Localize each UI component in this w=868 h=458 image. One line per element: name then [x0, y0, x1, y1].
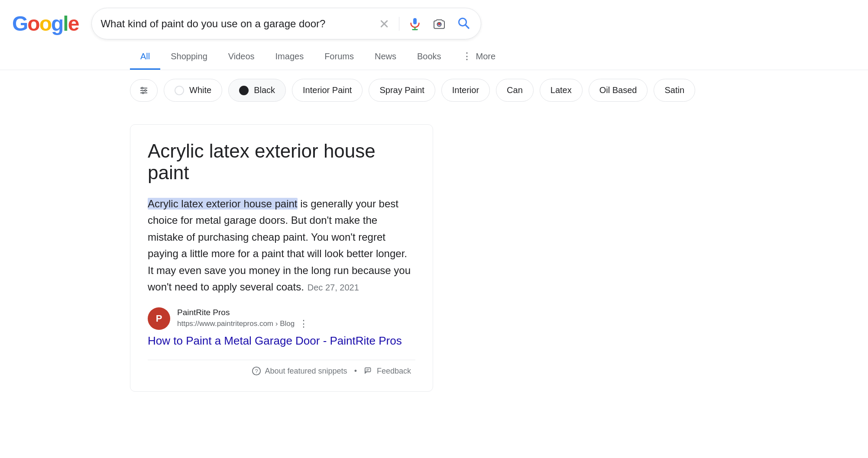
chip-spray-paint-label: Spray Paint — [379, 85, 424, 95]
snippet-date: Dec 27, 2021 — [308, 283, 359, 292]
chip-white[interactable]: White — [164, 79, 222, 102]
black-circle-icon — [239, 86, 249, 95]
mic-icon — [408, 17, 422, 31]
logo-o1: o — [27, 12, 39, 35]
logo-e: e — [68, 12, 79, 35]
white-circle-icon — [175, 86, 184, 95]
header: Google — [0, 0, 868, 44]
search-bar — [91, 8, 481, 39]
chip-oil-based[interactable]: Oil Based — [589, 79, 648, 102]
tab-news[interactable]: News — [364, 45, 407, 70]
logo-g: G — [12, 12, 27, 35]
chip-latex-label: Latex — [551, 85, 572, 95]
chip-interior[interactable]: Interior — [441, 79, 490, 102]
chip-interior-paint-label: Interior Paint — [303, 85, 352, 95]
about-snippets-button[interactable]: ? About featured snippets — [252, 366, 347, 376]
google-logo[interactable]: Google — [12, 12, 78, 35]
source-name: PaintRite Pros — [177, 308, 308, 317]
chip-can[interactable]: Can — [496, 79, 534, 102]
clear-button[interactable] — [376, 16, 392, 32]
tab-all[interactable]: All — [130, 45, 160, 70]
snippet-highlight: Acrylic latex exterior house paint — [148, 198, 298, 210]
search-icon — [457, 16, 470, 30]
source-url: https://www.paintritepros.com › Blog ⋮ — [177, 318, 308, 329]
chip-can-label: Can — [507, 85, 523, 95]
question-icon: ? — [252, 366, 261, 376]
filter-options-button[interactable] — [130, 79, 158, 102]
feedback-icon — [364, 366, 373, 376]
search-divider — [399, 17, 399, 31]
search-submit-button[interactable] — [455, 14, 472, 33]
more-dots-icon: ⋮ — [462, 51, 473, 62]
camera-icon — [432, 17, 446, 31]
image-search-button[interactable] — [431, 15, 448, 32]
feedback-button[interactable]: Feedback — [364, 366, 411, 376]
logo-o2: o — [39, 12, 51, 35]
chip-satin-label: Satin — [664, 85, 684, 95]
tab-books[interactable]: Books — [407, 45, 452, 70]
logo-g2: g — [51, 12, 63, 35]
svg-point-11 — [142, 87, 143, 89]
source-row: P PaintRite Pros https://www.paintritepr… — [148, 307, 415, 330]
svg-rect-16 — [365, 368, 371, 372]
separator: • — [354, 367, 357, 376]
svg-text:?: ? — [255, 368, 258, 374]
source-avatar: P — [148, 307, 170, 330]
chip-spray-paint[interactable]: Spray Paint — [369, 79, 435, 102]
footer-row: ? About featured snippets • Feedback — [148, 366, 415, 376]
svg-point-13 — [142, 92, 144, 94]
svg-rect-0 — [413, 18, 417, 24]
voice-search-button[interactable] — [406, 15, 424, 32]
tab-videos[interactable]: Videos — [218, 45, 265, 70]
chip-latex[interactable]: Latex — [540, 79, 583, 102]
chip-satin[interactable]: Satin — [654, 79, 695, 102]
chip-black[interactable]: Black — [228, 79, 286, 102]
chip-oil-based-label: Oil Based — [599, 85, 637, 95]
svg-line-7 — [466, 25, 469, 28]
feedback-label: Feedback — [377, 367, 411, 376]
snippet-title: Acrylic latex exterior house paint — [148, 140, 415, 184]
result-link[interactable]: How to Paint a Metal Garage Door - Paint… — [148, 334, 415, 348]
about-snippets-label: About featured snippets — [265, 367, 347, 376]
x-icon — [378, 18, 390, 30]
filter-row: White Black Interior Paint Spray Paint I… — [0, 70, 868, 110]
svg-point-12 — [145, 90, 146, 91]
divider — [148, 360, 415, 360]
filter-sliders-icon — [139, 86, 149, 95]
source-info: PaintRite Pros https://www.paintritepros… — [177, 308, 308, 329]
search-input[interactable] — [100, 18, 372, 30]
chip-white-label: White — [189, 85, 211, 95]
chip-interior-paint[interactable]: Interior Paint — [292, 79, 363, 102]
snippet-body-rest: is generally your best choice for metal … — [148, 198, 411, 293]
tab-images[interactable]: Images — [265, 45, 314, 70]
logo-l: l — [63, 12, 68, 35]
tab-more[interactable]: ⋮ More — [452, 44, 506, 70]
source-menu-button[interactable]: ⋮ — [299, 318, 308, 329]
snippet-body: Acrylic latex exterior house paint is ge… — [148, 196, 415, 295]
main-content: Acrylic latex exterior house paint Acryl… — [0, 110, 563, 418]
chip-black-label: Black — [254, 85, 275, 95]
chip-interior-label: Interior — [452, 85, 479, 95]
tab-forums[interactable]: Forums — [314, 45, 364, 70]
tab-shopping[interactable]: Shopping — [160, 45, 218, 70]
search-icons — [376, 14, 472, 33]
source-url-text: https://www.paintritepros.com › Blog — [177, 319, 295, 328]
nav-tabs: All Shopping Videos Images Forums News B… — [0, 44, 868, 70]
featured-snippet: Acrylic latex exterior house paint Acryl… — [130, 124, 433, 392]
